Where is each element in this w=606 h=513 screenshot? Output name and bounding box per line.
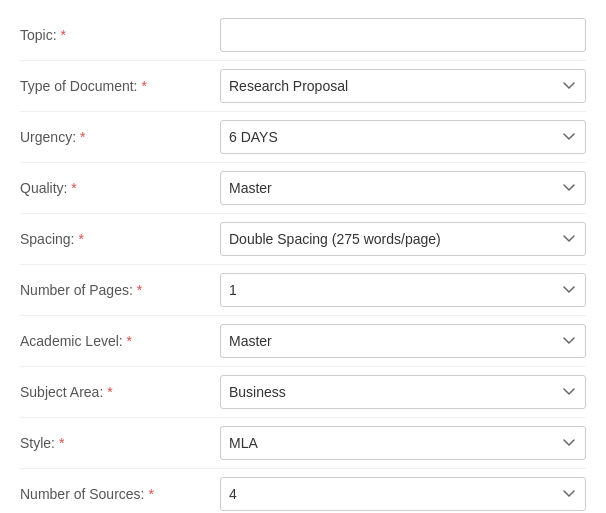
required-marker-urgency: * (80, 129, 85, 145)
label-quality: Quality: * (20, 180, 220, 196)
form-row-academic-level: Academic Level: *MasterHigh SchoolUnderg… (20, 316, 586, 367)
label-academic-level: Academic Level: * (20, 333, 220, 349)
label-style: Style: * (20, 435, 220, 451)
label-subject-area: Subject Area: * (20, 384, 220, 400)
form-row-number-of-sources: Number of Sources: *401235678910 (20, 469, 586, 513)
form-row-urgency: Urgency: *6 DAYS1 DAY2 DAYS3 DAYS5 DAYS7… (20, 112, 586, 163)
select-subject-area[interactable]: BusinessScienceArtsTechnologyLawMedicine (220, 375, 586, 409)
required-marker-academic-level: * (127, 333, 132, 349)
select-urgency[interactable]: 6 DAYS1 DAY2 DAYS3 DAYS5 DAYS7 DAYS10 DA… (220, 120, 586, 154)
form-row-type-of-document: Type of Document: *Research ProposalEssa… (20, 61, 586, 112)
select-quality[interactable]: MasterStandardPremiumPlatinum (220, 171, 586, 205)
form-row-number-of-pages: Number of Pages: *12345101520 (20, 265, 586, 316)
required-marker-topic: * (60, 27, 65, 43)
label-number-of-pages: Number of Pages: * (20, 282, 220, 298)
required-marker-type-of-document: * (141, 78, 146, 94)
required-marker-spacing: * (78, 231, 83, 247)
input-topic[interactable] (220, 18, 586, 52)
label-number-of-sources: Number of Sources: * (20, 486, 220, 502)
label-type-of-document: Type of Document: * (20, 78, 220, 94)
form-row-subject-area: Subject Area: *BusinessScienceArtsTechno… (20, 367, 586, 418)
select-number-of-sources[interactable]: 401235678910 (220, 477, 586, 511)
form-row-style: Style: *MLAAPAChicagoHarvardOxford (20, 418, 586, 469)
label-spacing: Spacing: * (20, 231, 220, 247)
form-row-topic: Topic: * (20, 10, 586, 61)
select-number-of-pages[interactable]: 12345101520 (220, 273, 586, 307)
form-row-spacing: Spacing: *Double Spacing (275 words/page… (20, 214, 586, 265)
required-marker-subject-area: * (107, 384, 112, 400)
select-type-of-document[interactable]: Research ProposalEssayThesisDissertation… (220, 69, 586, 103)
select-spacing[interactable]: Double Spacing (275 words/page)Single Sp… (220, 222, 586, 256)
order-form: Topic: *Type of Document: *Research Prop… (20, 10, 586, 513)
required-marker-quality: * (71, 180, 76, 196)
select-style[interactable]: MLAAPAChicagoHarvardOxford (220, 426, 586, 460)
required-marker-style: * (59, 435, 64, 451)
required-marker-number-of-pages: * (137, 282, 142, 298)
label-urgency: Urgency: * (20, 129, 220, 145)
select-academic-level[interactable]: MasterHigh SchoolUndergraduatePhD (220, 324, 586, 358)
label-topic: Topic: * (20, 27, 220, 43)
required-marker-number-of-sources: * (148, 486, 153, 502)
form-row-quality: Quality: *MasterStandardPremiumPlatinum (20, 163, 586, 214)
